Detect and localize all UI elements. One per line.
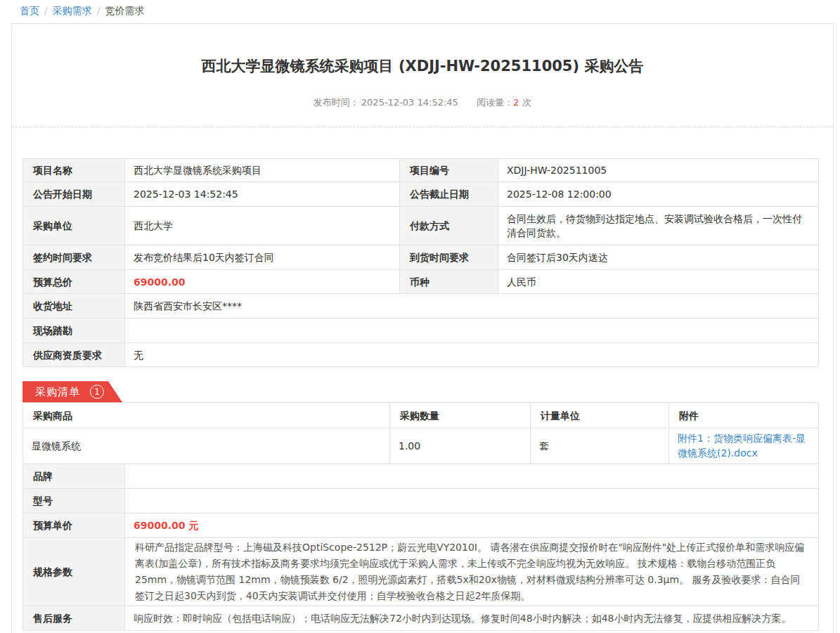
table-row: 型号 (23, 489, 819, 513)
divider (12, 127, 833, 127)
table-row: 预算总价 69000.00 币种 人民币 (23, 270, 819, 294)
quantity-header: 采购数量 (390, 403, 531, 428)
table-row: 公告开始日期 2025-12-03 14:52:45 公告截止日期 2025-1… (23, 182, 819, 207)
unit-value: 套 (531, 428, 669, 464)
project-info-table: 项目名称 西北大学显微镜系统采购项目 项目编号 XDJJ-HW-20251100… (22, 158, 819, 367)
purchase-list-title: 采购清单 (35, 385, 80, 399)
project-name-value: 西北大学显微镜系统采购项目 (125, 159, 400, 182)
currency-label: 币种 (400, 270, 498, 294)
project-no-value: XDJJ-HW-202511005 (498, 159, 819, 182)
table-row: 现场踏勘 (23, 319, 819, 343)
attachment-link[interactable]: 附件1：货物类响应偏离表-显微镜系统(2).docx (678, 431, 810, 461)
table-header-row: 采购商品 采购数量 计量单位 附件 (23, 403, 819, 428)
sign-time-value: 发布竞价结果后10天内签订合同 (125, 245, 400, 270)
table-row: 供应商资质要求 无 (23, 343, 819, 367)
table-row: 售后服务 响应时效：即时响应（包括电话响应）；电话响应无法解决72小时内到达现场… (23, 606, 819, 631)
purchase-list-table: 采购商品 采购数量 计量单位 附件 显微镜系统 1.00 套 附件1：货物类响应… (22, 402, 819, 464)
survey-label: 现场踏勘 (23, 319, 125, 343)
project-name-label: 项目名称 (23, 159, 125, 182)
spec-value: 科研产品指定品牌型号：上海磁及科技OptiScope-2512P；蔚云光电VY2… (125, 538, 819, 606)
table-row: 签约时间要求 发布竞价结果后10天内签订合同 到货时间要求 合同签订后30天内送… (23, 245, 819, 270)
views-label: 阅读量： (477, 97, 513, 108)
project-no-label: 项目编号 (400, 159, 498, 182)
spec-label: 规格参数 (23, 538, 125, 606)
page-title: 西北大学显微镜系统采购项目 (XDJJ-HW-202511005) 采购公告 (12, 58, 833, 74)
purchase-list-count-badge: 1 (90, 385, 104, 399)
attachment-header: 附件 (669, 403, 819, 428)
brand-label: 品牌 (23, 464, 125, 489)
payment-label: 付款方式 (400, 207, 498, 245)
service-label: 售后服务 (23, 606, 125, 631)
announcement-card: 西北大学显微镜系统采购项目 (XDJJ-HW-202511005) 采购公告 发… (11, 23, 834, 633)
end-date-value: 2025-12-08 12:00:00 (498, 182, 819, 207)
start-date-value: 2025-12-03 14:52:45 (125, 182, 400, 207)
breadcrumb-separator: / (44, 5, 48, 16)
purchase-list-ribbon: 采购清单 1 (22, 381, 122, 402)
survey-value (125, 319, 819, 343)
breadcrumb-home[interactable]: 首页 (20, 5, 39, 16)
currency-value: 人民币 (498, 270, 819, 294)
breadcrumb-separator-2: / (97, 5, 101, 16)
buyer-value: 西北大学 (125, 207, 400, 245)
table-row: 规格参数 科研产品指定品牌型号：上海磁及科技OptiScope-2512P；蔚云… (23, 538, 819, 606)
breadcrumb: 首页/采购需求/竞价需求 (0, 0, 840, 18)
product-value: 显微镜系统 (23, 428, 390, 464)
quantity-value: 1.00 (390, 428, 531, 464)
delivery-time-label: 到货时间要求 (400, 245, 498, 270)
budget-total-value: 69000.00 (125, 270, 400, 294)
table-row: 收货地址 陕西省西安市长安区**** (23, 294, 819, 319)
publish-time-value: 2025-12-03 14:52:45 (361, 97, 458, 108)
table-row: 采购单位 西北大学 付款方式 合同生效后，待货物到达指定地点、安装调试验收合格后… (23, 207, 819, 245)
buyer-label: 采购单位 (23, 207, 125, 245)
start-date-label: 公告开始日期 (23, 182, 125, 207)
brand-value (125, 464, 819, 489)
product-header: 采购商品 (23, 403, 390, 428)
delivery-time-value: 合同签订后30天内送达 (498, 245, 819, 270)
publish-time-label: 发布时间： (314, 97, 359, 108)
address-value: 陕西省西安市长安区**** (125, 294, 819, 319)
budget-total-label: 预算总价 (23, 270, 125, 294)
views-unit: 次 (522, 97, 531, 108)
end-date-label: 公告截止日期 (400, 182, 498, 207)
unit-price-label: 预算单价 (23, 513, 125, 538)
breadcrumb-purchase-demand[interactable]: 采购需求 (53, 5, 92, 16)
unit-price-value: 69000.00 元 (125, 513, 819, 538)
product-detail-table: 品牌 型号 预算单价 69000.00 元 规格参数 科研产品指定品牌型号：上海… (22, 463, 819, 631)
table-row: 显微镜系统 1.00 套 附件1：货物类响应偏离表-显微镜系统(2).docx (23, 428, 819, 464)
address-label: 收货地址 (23, 294, 125, 319)
breadcrumb-bidding-demand: 竞价需求 (105, 5, 144, 16)
table-row: 品牌 (23, 464, 819, 489)
table-row: 预算单价 69000.00 元 (23, 513, 819, 538)
views-count: 2 (513, 97, 519, 108)
qualification-value: 无 (125, 343, 819, 367)
payment-value: 合同生效后，待货物到达指定地点、安装调试验收合格后，一次性付清合同货款。 (498, 207, 819, 245)
announcement-meta: 发布时间：2025-12-03 14:52:45阅读量：2次 (12, 97, 833, 108)
model-value (125, 489, 819, 513)
table-row: 项目名称 西北大学显微镜系统采购项目 项目编号 XDJJ-HW-20251100… (23, 159, 819, 182)
sign-time-label: 签约时间要求 (23, 245, 125, 270)
model-label: 型号 (23, 489, 125, 513)
qualification-label: 供应商资质要求 (23, 343, 125, 367)
service-value: 响应时效：即时响应（包括电话响应）；电话响应无法解决72小时内到达现场。修复时间… (125, 606, 819, 631)
unit-header: 计量单位 (531, 403, 669, 428)
